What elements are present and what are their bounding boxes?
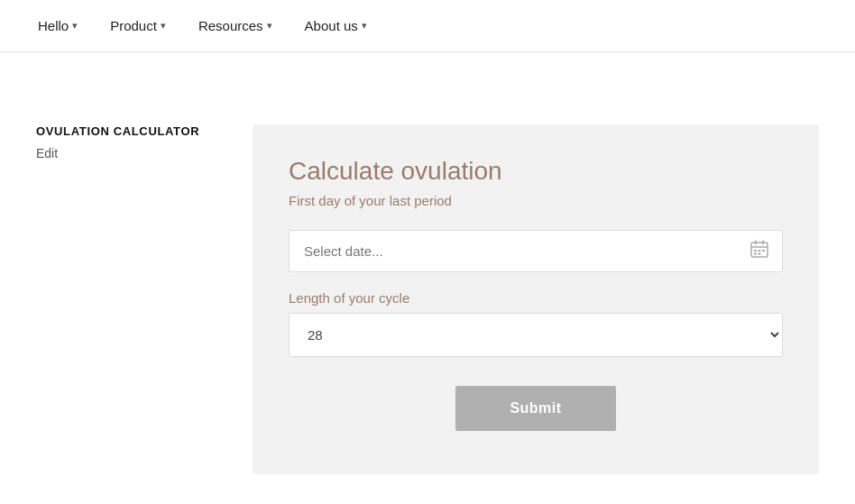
chevron-down-icon: ▾ <box>362 20 367 32</box>
nav-item-about-us[interactable]: About us ▾ <box>289 0 383 51</box>
nav-label-product: Product <box>110 18 157 33</box>
nav-label-about-us: About us <box>305 18 358 33</box>
left-panel: OVULATION CALCULATOR Edit <box>36 124 216 474</box>
date-form-group <box>289 230 783 272</box>
cycle-select[interactable]: 28 21 22 23 24 25 26 27 29 30 31 32 33 3… <box>289 313 783 357</box>
date-input[interactable] <box>290 231 782 271</box>
chevron-down-icon: ▾ <box>267 20 272 32</box>
calculator-subtitle: First day of your last period <box>289 193 783 208</box>
edit-link[interactable]: Edit <box>36 146 58 160</box>
page-title: OVULATION CALCULATOR <box>36 124 216 138</box>
nav-item-product[interactable]: Product ▾ <box>94 0 182 51</box>
nav-item-resources[interactable]: Resources ▾ <box>182 0 289 51</box>
nav-label-hello: Hello <box>38 18 69 33</box>
nav-item-hello[interactable]: Hello ▾ <box>22 0 94 51</box>
submit-button[interactable]: Submit <box>455 386 615 431</box>
main-content: OVULATION CALCULATOR Edit Calculate ovul… <box>0 52 855 504</box>
main-nav: Hello ▾ Product ▾ Resources ▾ About us ▾ <box>0 0 855 52</box>
calculator-title: Calculate ovulation <box>289 157 783 186</box>
chevron-down-icon: ▾ <box>72 20 78 32</box>
cycle-label: Length of your cycle <box>289 290 783 306</box>
calculator-panel: Calculate ovulation First day of your la… <box>253 124 819 474</box>
date-input-wrapper[interactable] <box>289 230 783 272</box>
chevron-down-icon: ▾ <box>161 20 166 32</box>
cycle-form-group: Length of your cycle 28 21 22 23 24 25 2… <box>289 290 783 357</box>
nav-label-resources: Resources <box>198 18 263 33</box>
